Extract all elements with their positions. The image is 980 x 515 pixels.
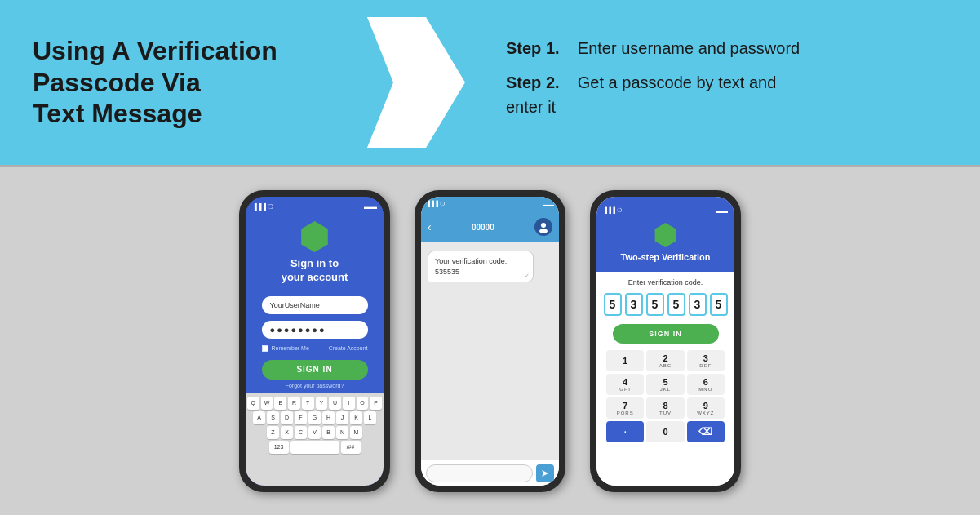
key-w[interactable]: W bbox=[261, 397, 273, 410]
key-u[interactable]: U bbox=[329, 397, 341, 410]
numpad-delete[interactable]: ⌫ bbox=[687, 421, 725, 442]
create-account-link[interactable]: Create Account bbox=[329, 345, 368, 351]
code-digits: 5 3 5 5 3 5 bbox=[603, 293, 728, 316]
keyboard-row-1: Q W E R T Y U I O P bbox=[247, 397, 382, 410]
numpad-dot[interactable]: · bbox=[606, 421, 644, 442]
numpad-7[interactable]: 7PQRS bbox=[606, 397, 644, 419]
key-q[interactable]: Q bbox=[247, 397, 259, 410]
key-k[interactable]: K bbox=[350, 411, 362, 424]
digit-6: 5 bbox=[710, 293, 728, 316]
key-z[interactable]: Z bbox=[267, 426, 279, 439]
back-button[interactable]: ‹ bbox=[428, 220, 432, 233]
key-x[interactable]: X bbox=[281, 426, 293, 439]
key-l[interactable]: L bbox=[364, 411, 376, 424]
arrow-icon bbox=[367, 17, 465, 148]
key-slash-hash[interactable]: /## bbox=[341, 441, 361, 454]
avatar bbox=[534, 218, 552, 236]
keyboard-row-3: Z X C V B N M bbox=[247, 426, 382, 439]
keyboard-row-2: A S D F G H J K L bbox=[247, 411, 382, 424]
header-title-block: Using A Verification Passcode Via Text M… bbox=[33, 35, 343, 129]
key-e[interactable]: E bbox=[274, 397, 286, 410]
key-h[interactable]: H bbox=[322, 411, 335, 424]
key-b[interactable]: B bbox=[322, 426, 335, 439]
key-g[interactable]: G bbox=[308, 411, 321, 424]
numpad-5[interactable]: 5JKL bbox=[646, 374, 684, 395]
digit-5: 3 bbox=[689, 293, 707, 316]
svg-marker-0 bbox=[367, 17, 465, 148]
contact-id: 00000 bbox=[438, 223, 528, 232]
digit-2: 3 bbox=[625, 293, 643, 316]
digit-3: 5 bbox=[646, 293, 664, 316]
numpad-3[interactable]: 3DEF bbox=[687, 350, 725, 371]
numpad: 1 2ABC 3DEF 4GHI 5JKL 6MNO 7PQRS 8TUV 9W… bbox=[603, 350, 728, 442]
phone3-screen: ▐▐▐ ❍ ▬▬ Two-step Verification Enter ver… bbox=[596, 197, 734, 486]
numpad-0[interactable]: 0 bbox=[646, 421, 684, 442]
username-field[interactable]: YourUserName bbox=[262, 296, 368, 314]
key-y[interactable]: Y bbox=[316, 397, 328, 410]
key-123[interactable]: 123 bbox=[269, 441, 289, 454]
key-d[interactable]: D bbox=[281, 411, 293, 424]
remember-me-row: Remember Me Create Account bbox=[262, 345, 368, 352]
verify-header: ▐▐▐ ❍ ▬▬ Two-step Verification bbox=[596, 197, 734, 272]
send-button[interactable] bbox=[536, 464, 554, 482]
forgot-password-link[interactable]: Forgot your password? bbox=[286, 383, 344, 388]
numpad-1[interactable]: 1 bbox=[606, 350, 644, 371]
digit-1: 5 bbox=[604, 293, 622, 316]
key-p[interactable]: P bbox=[370, 397, 382, 410]
numpad-9[interactable]: 9WXYZ bbox=[687, 397, 725, 419]
key-i[interactable]: I bbox=[343, 397, 355, 410]
phone1-battery: ▬▬ bbox=[364, 203, 377, 211]
key-c[interactable]: C bbox=[295, 426, 307, 439]
numpad-6[interactable]: 6MNO bbox=[687, 374, 725, 395]
key-n[interactable]: N bbox=[336, 426, 348, 439]
phone3-mockup: ▐▐▐ ❍ ▬▬ Two-step Verification Enter ver… bbox=[590, 190, 741, 492]
remember-me-checkbox[interactable] bbox=[262, 345, 268, 352]
sms-header: ‹ 00000 bbox=[421, 211, 559, 242]
verify-hex-logo bbox=[654, 223, 678, 247]
numpad-4[interactable]: 4GHI bbox=[606, 374, 644, 395]
phone1-screen: ▐▐▐ ❍ ▬▬ Sign in toyour account YourUser… bbox=[246, 197, 384, 486]
phone2-status-bar: ▐▐▐ ❍ ▬▬ bbox=[421, 197, 559, 211]
main-content: ▐▐▐ ❍ ▬▬ Sign in toyour account YourUser… bbox=[0, 167, 980, 515]
password-field[interactable]: ●●●●●●●● bbox=[262, 321, 368, 339]
main-title: Using A Verification Passcode Via Text M… bbox=[33, 35, 343, 129]
svg-marker-3 bbox=[542, 470, 548, 477]
key-r[interactable]: R bbox=[288, 397, 300, 410]
sms-input[interactable] bbox=[426, 464, 533, 482]
key-m[interactable]: M bbox=[350, 426, 362, 439]
phone3-battery: ▬▬ bbox=[716, 208, 728, 214]
steps-block: Step 1. Enter username and password Step… bbox=[490, 36, 947, 129]
remember-me-label: Remember Me bbox=[272, 345, 309, 351]
step1-line: Step 1. Enter username and password bbox=[506, 36, 947, 60]
keyboard: Q W E R T Y U I O P A S D bbox=[246, 393, 384, 486]
key-v[interactable]: V bbox=[308, 426, 321, 439]
digit-4: 5 bbox=[667, 293, 685, 316]
verify-title: Two-step Verification bbox=[621, 252, 711, 262]
svg-point-2 bbox=[539, 229, 548, 233]
verify-sign-in-button[interactable]: SIGN IN bbox=[613, 324, 719, 344]
enter-code-label: Enter verification code. bbox=[603, 278, 728, 286]
hex-logo bbox=[299, 221, 330, 252]
key-a[interactable]: A bbox=[253, 411, 265, 424]
sms-body: Your verification code:535535 bbox=[421, 242, 559, 460]
sms-text: Your verification code:535535 bbox=[435, 257, 507, 276]
phone2-signal: ▐▐▐ ❍ bbox=[426, 201, 445, 207]
key-j[interactable]: J bbox=[336, 411, 348, 424]
key-f[interactable]: F bbox=[295, 411, 307, 424]
numpad-2[interactable]: 2ABC bbox=[646, 350, 684, 371]
sign-in-button[interactable]: SIGN IN bbox=[262, 360, 368, 380]
key-s[interactable]: S bbox=[267, 411, 279, 424]
verify-body: Enter verification code. 5 3 5 5 3 5 SIG… bbox=[596, 272, 734, 486]
phone2-mockup: ▐▐▐ ❍ ▬▬ ‹ 00000 bbox=[415, 190, 565, 492]
phone3-signal: ▐▐▐ ❍ bbox=[603, 207, 622, 214]
key-space[interactable] bbox=[290, 441, 339, 454]
phone2-screen: ▐▐▐ ❍ ▬▬ ‹ 00000 bbox=[421, 197, 559, 486]
phone1-mockup: ▐▐▐ ❍ ▬▬ Sign in toyour account YourUser… bbox=[239, 190, 390, 492]
header-banner: Using A Verification Passcode Via Text M… bbox=[0, 0, 980, 167]
key-t[interactable]: T bbox=[302, 397, 314, 410]
numpad-8[interactable]: 8TUV bbox=[646, 397, 684, 419]
phone1-status-bar: ▐▐▐ ❍ ▬▬ bbox=[246, 197, 384, 215]
sign-in-title: Sign in toyour account bbox=[282, 257, 348, 285]
key-o[interactable]: O bbox=[357, 397, 369, 410]
sms-bubble: Your verification code:535535 bbox=[428, 251, 534, 282]
